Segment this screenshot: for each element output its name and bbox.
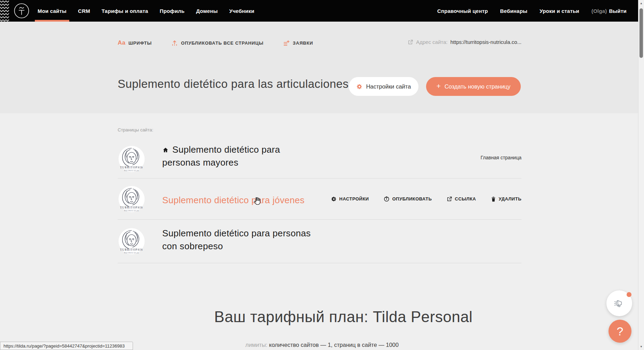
nav-tutorials[interactable]: Учебники [229, 0, 254, 22]
fonts-icon: Аа [118, 39, 125, 46]
page-link-button[interactable]: ССЫЛКА [447, 196, 476, 202]
logo-text-2: NUTRICULA [124, 209, 139, 211]
page-thumbnail[interactable]: TURRITOPSIS NUTRICULA [118, 186, 145, 212]
scroll-up-arrow[interactable]: ▲ [638, 2, 644, 5]
notification-dot [627, 292, 631, 297]
create-page-button[interactable]: + Создать новую страницу [426, 77, 521, 96]
tilda-dashboard: Мои сайты CRM Тарифы и оплата Профиль До… [0, 0, 644, 350]
logo-text-1: TURRITOPSIS [120, 206, 143, 209]
logout-label: Выйти [609, 8, 627, 14]
zigzag-pattern-icon [0, 0, 9, 22]
main-nav: Мои сайты CRM Тарифы и оплата Профиль До… [38, 0, 254, 22]
scrollbar-thumb[interactable] [639, 8, 643, 58]
leads-button[interactable]: ЗАЯВКИ [283, 40, 313, 46]
browser-status-bar: https://tilda.ru/page/?pageid=58442747&p… [0, 342, 133, 350]
site-address-url: https://turritopsis-nutricula.co... [450, 39, 521, 45]
page-row-home[interactable]: TURRITOPSIS NUTRICULA Suplemento dietéti… [118, 139, 521, 178]
page-row-hovered[interactable]: TURRITOPSIS NUTRICULA Suplemento dietéti… [118, 178, 521, 220]
help-button[interactable]: ? [608, 320, 631, 343]
tilda-logo[interactable] [14, 3, 29, 18]
nav-lessons[interactable]: Уроки и статьи [540, 0, 579, 22]
leads-icon [283, 40, 290, 46]
vertical-scrollbar[interactable]: ▲ ▼ [638, 0, 644, 350]
page-settings-button[interactable]: НАСТРОЙКИ [331, 196, 369, 202]
publish-all-label: ОПУБЛИКОВАТЬ ВСЕ СТРАНИЦЫ [181, 40, 264, 46]
pages-list: TURRITOPSIS NUTRICULA Suplemento dietéti… [118, 139, 521, 263]
page-publish-button[interactable]: ОПУБЛИКОВАТЬ [384, 196, 432, 202]
page-delete-label: УДАЛИТЬ [499, 196, 522, 201]
page-settings-label: НАСТРОЙКИ [339, 196, 369, 201]
page-thumbnail[interactable]: TURRITOPSIS NUTRICULA [118, 146, 145, 172]
gear-icon [356, 84, 362, 90]
nav-crm[interactable]: CRM [78, 0, 90, 22]
publish-all-button[interactable]: ОПУБЛИКОВАТЬ ВСЕ СТРАНИЦЫ [171, 40, 264, 46]
site-toolbar: Аа ШРИФТЫ ОПУБЛИКОВАТЬ ВСЕ СТРАНИЦЫ ЗАЯВ… [118, 39, 313, 46]
create-page-label: Создать новую страницу [445, 83, 510, 90]
logo-text-2: NUTRICULA [124, 169, 139, 171]
pages-section-label: Страницы сайта: [118, 127, 153, 132]
top-nav: Мои сайты CRM Тарифы и оплата Профиль До… [0, 0, 638, 22]
announcements-button[interactable] [606, 290, 632, 316]
link-out-icon [447, 196, 452, 202]
user-name: (Olga) [591, 8, 607, 14]
site-address[interactable]: Адрес сайта: https://turritopsis-nutricu… [408, 39, 521, 45]
external-link-icon [408, 39, 413, 45]
home-page-badge: Главная страница [480, 155, 521, 160]
upload-icon [171, 40, 178, 46]
logo-text-1: TURRITOPSIS [120, 166, 143, 169]
megaphone-icon [613, 297, 626, 310]
page-publish-label: ОПУБЛИКОВАТЬ [392, 196, 432, 201]
logo-text-1: TURRITOPSIS [120, 248, 143, 251]
plan-title: Ваш тарифный план: Tilda Personal [49, 308, 638, 326]
trash-icon [491, 196, 496, 202]
nav-help-center[interactable]: Справочный центр [437, 0, 488, 22]
limits-label: лимиты: [245, 342, 267, 348]
gear-icon [331, 196, 337, 202]
page-row[interactable]: TURRITOPSIS NUTRICULA Suplemento dietéti… [118, 220, 521, 263]
plus-icon: + [437, 82, 441, 90]
secondary-nav: Справочный центр Вебинары Уроки и статьи… [437, 0, 627, 22]
site-address-label: Адрес сайта: [416, 39, 448, 45]
site-settings-button[interactable]: Настройки сайта [349, 77, 418, 96]
page-delete-button[interactable]: УДАЛИТЬ [491, 196, 522, 202]
home-icon [162, 147, 169, 153]
fonts-button[interactable]: Аа ШРИФТЫ [118, 39, 152, 46]
page-thumbnail[interactable]: TURRITOPSIS NUTRICULA [118, 228, 145, 254]
site-settings-label: Настройки сайта [366, 83, 411, 90]
page-actions: НАСТРОЙКИ ОПУБЛИКОВАТЬ ССЫЛКА [331, 196, 522, 202]
nav-webinars[interactable]: Вебинары [500, 0, 527, 22]
logo-text-2: NUTRICULA [124, 252, 139, 254]
site-title: Suplemento dietético para las articulaci… [118, 77, 348, 91]
page-title-link[interactable]: Suplemento dietético para personas mayor… [162, 143, 294, 169]
limits-value: количество сайтов — 1, страниц в сайте —… [269, 342, 399, 348]
nav-domains[interactable]: Домены [196, 0, 218, 22]
page-title-link[interactable]: Suplemento dietético para personas con s… [162, 227, 324, 253]
scroll-down-arrow[interactable]: ▼ [638, 345, 644, 348]
nav-profile[interactable]: Профиль [160, 0, 185, 22]
question-mark-icon: ? [617, 325, 623, 338]
nav-tariffs[interactable]: Тарифы и оплата [102, 0, 148, 22]
fonts-label: ШРИФТЫ [128, 40, 152, 46]
nav-logout[interactable]: (Olga) Выйти [591, 0, 627, 22]
publish-icon [384, 196, 390, 202]
page-link-label: ССЫЛКА [455, 196, 476, 201]
site-header-band [0, 22, 638, 113]
leads-label: ЗАЯВКИ [293, 40, 313, 46]
nav-my-sites[interactable]: Мои сайты [38, 0, 66, 22]
